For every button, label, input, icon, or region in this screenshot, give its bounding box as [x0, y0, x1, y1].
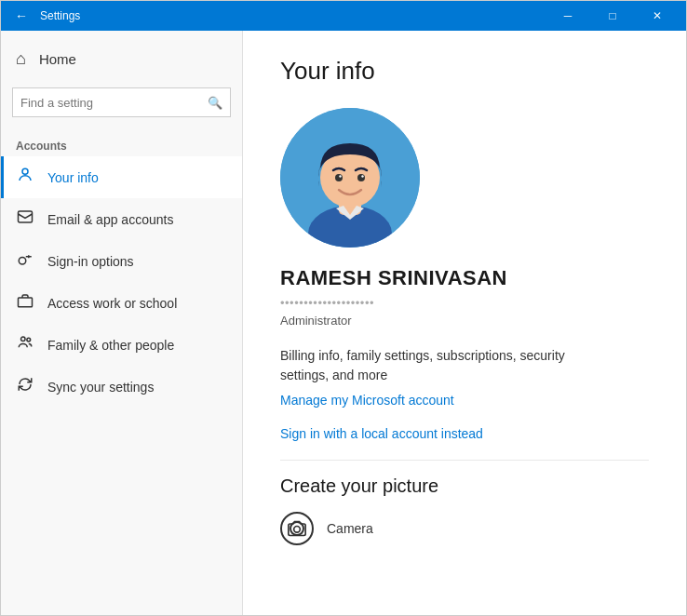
titlebar: ← Settings ─ □ ✕	[1, 1, 686, 31]
content-area: ⌂ Home 🔍 Accounts Your info	[1, 31, 686, 615]
svg-point-12	[339, 175, 341, 177]
sidebar-home-button[interactable]: ⌂ Home	[1, 38, 242, 80]
page-title: Your info	[280, 57, 649, 86]
search-box[interactable]: 🔍	[12, 87, 231, 117]
search-input[interactable]	[20, 96, 208, 110]
search-icon: 🔍	[208, 96, 222, 110]
sidebar-item-family[interactable]: Family & other people	[1, 324, 242, 366]
main-content: Your info	[243, 31, 686, 615]
avatar	[280, 108, 420, 248]
back-button[interactable]: ←	[8, 3, 34, 29]
email-icon	[16, 208, 34, 230]
camera-label: Camera	[327, 521, 373, 536]
close-button[interactable]: ✕	[636, 1, 679, 31]
create-picture-heading: Create your picture	[280, 475, 649, 497]
svg-point-11	[357, 174, 365, 181]
sidebar-item-your-info[interactable]: Your info	[1, 156, 242, 198]
people-icon	[16, 334, 34, 355]
person-icon	[16, 167, 34, 188]
svg-point-4	[21, 337, 26, 341]
svg-point-2	[19, 258, 26, 265]
sidebar-home-label: Home	[39, 51, 76, 67]
minimize-button[interactable]: ─	[546, 1, 589, 31]
svg-point-5	[27, 338, 31, 341]
window-controls: ─ □ ✕	[546, 1, 679, 31]
sync-icon	[16, 376, 34, 397]
user-role: Administrator	[280, 314, 649, 328]
home-icon: ⌂	[16, 49, 26, 69]
sidebar-item-email-accounts[interactable]: Email & app accounts	[1, 198, 242, 240]
family-label: Family & other people	[47, 338, 174, 353]
sidebar-item-sync[interactable]: Sync your settings	[1, 366, 242, 408]
sidebar-item-sign-in[interactable]: Sign-in options	[1, 240, 242, 282]
divider	[280, 460, 649, 461]
titlebar-title: Settings	[40, 9, 546, 22]
svg-point-10	[335, 174, 343, 181]
maximize-button[interactable]: □	[591, 1, 634, 31]
your-info-label: Your info	[47, 170, 99, 185]
user-name: RAMESH SRINIVASAN	[280, 266, 649, 290]
sidebar: ⌂ Home 🔍 Accounts Your info	[1, 31, 243, 615]
svg-rect-1	[19, 211, 33, 222]
camera-icon	[280, 512, 314, 545]
svg-point-14	[294, 527, 301, 533]
sign-in-label: Sign-in options	[47, 254, 134, 269]
avatar-container	[280, 108, 649, 248]
user-email: ••••••••••••••••••••	[280, 296, 649, 310]
settings-window: ← Settings ─ □ ✕ ⌂ Home 🔍 A	[0, 0, 687, 616]
email-accounts-label: Email & app accounts	[47, 212, 173, 227]
svg-rect-3	[19, 298, 33, 307]
section-label: Accounts	[1, 132, 242, 156]
manage-account-link[interactable]: Manage my Microsoft account	[280, 393, 649, 408]
billing-text: Billing info, family settings, subscript…	[280, 346, 597, 385]
camera-row[interactable]: Camera	[280, 512, 649, 545]
sidebar-item-work-school[interactable]: Access work or school	[1, 282, 242, 324]
local-account-link[interactable]: Sign in with a local account instead	[280, 426, 649, 441]
svg-point-0	[22, 168, 28, 174]
svg-point-13	[361, 175, 363, 177]
work-school-label: Access work or school	[47, 296, 177, 311]
briefcase-icon	[16, 292, 34, 314]
key-icon	[16, 250, 34, 272]
sync-label: Sync your settings	[47, 380, 154, 395]
